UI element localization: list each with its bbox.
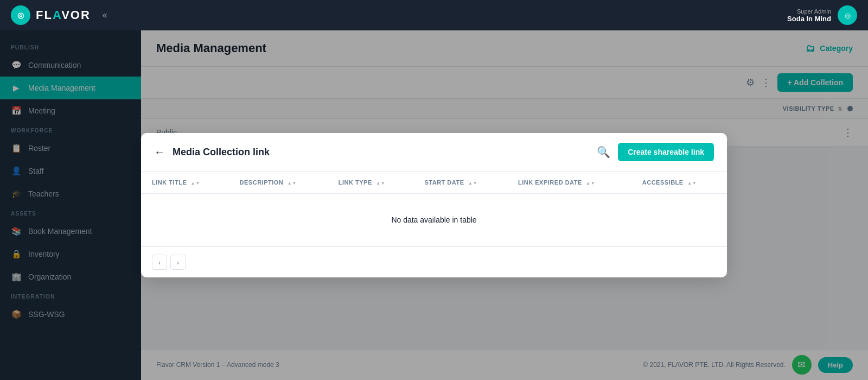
- user-avatar[interactable]: ◎: [838, 5, 857, 25]
- modal-title: Media Collection link: [173, 147, 270, 158]
- user-role: Super Admin: [787, 8, 831, 15]
- app-logo-icon: ◎: [11, 5, 30, 25]
- no-data-row: No data available in table: [141, 194, 727, 246]
- pagination-next-button[interactable]: ›: [170, 255, 186, 270]
- create-shareable-link-button[interactable]: Create shareable link: [618, 143, 714, 161]
- link-title-sort[interactable]: ▲▼: [191, 181, 200, 186]
- col-link-type: LINK TYPE ▲▼: [328, 172, 414, 194]
- modal-header: ← Media Collection link 🔍 Create shareab…: [141, 133, 727, 172]
- pagination-prev-button[interactable]: ‹: [152, 255, 167, 270]
- user-area: Super Admin Soda In Mind ◎: [787, 5, 857, 25]
- accessible-sort[interactable]: ▲▼: [687, 181, 697, 186]
- modal-body: LINK TITLE ▲▼ DESCRIPTION ▲▼ LINK TYPE ▲…: [141, 172, 727, 246]
- col-accessible: ACCESSIBLE ▲▼: [631, 172, 727, 194]
- link-type-sort[interactable]: ▲▼: [376, 181, 385, 186]
- app-logo-text: FLAVOR: [36, 8, 91, 22]
- col-link-title: LINK TITLE ▲▼: [141, 172, 229, 194]
- collapse-sidebar-icon[interactable]: «: [103, 10, 107, 20]
- col-description: DESCRIPTION ▲▼: [229, 172, 328, 194]
- modal-search-icon[interactable]: 🔍: [597, 145, 610, 159]
- col-start-date: START DATE ▲▼: [413, 172, 507, 194]
- user-name: Soda In Mind: [787, 15, 831, 23]
- top-header: ◎ FLAVOR « Super Admin Soda In Mind ◎: [0, 0, 868, 30]
- modal-actions: 🔍 Create shareable link: [597, 143, 714, 161]
- start-date-sort[interactable]: ▲▼: [468, 181, 477, 186]
- modal-table: LINK TITLE ▲▼ DESCRIPTION ▲▼ LINK TYPE ▲…: [141, 172, 727, 246]
- description-sort[interactable]: ▲▼: [288, 181, 297, 186]
- link-expired-sort[interactable]: ▲▼: [586, 181, 595, 186]
- logo-area: ◎ FLAVOR «: [11, 5, 107, 25]
- user-info: Super Admin Soda In Mind: [787, 8, 831, 23]
- modal-back-button[interactable]: ←: [154, 146, 165, 159]
- no-data-message: No data available in table: [141, 194, 727, 246]
- media-collection-modal: ← Media Collection link 🔍 Create shareab…: [141, 133, 727, 277]
- modal-pagination: ‹ ›: [141, 246, 727, 277]
- modal-overlay: ← Media Collection link 🔍 Create shareab…: [0, 30, 868, 380]
- modal-title-area: ← Media Collection link: [154, 146, 270, 159]
- col-link-expired-date: LINK EXPIRED DATE ▲▼: [507, 172, 631, 194]
